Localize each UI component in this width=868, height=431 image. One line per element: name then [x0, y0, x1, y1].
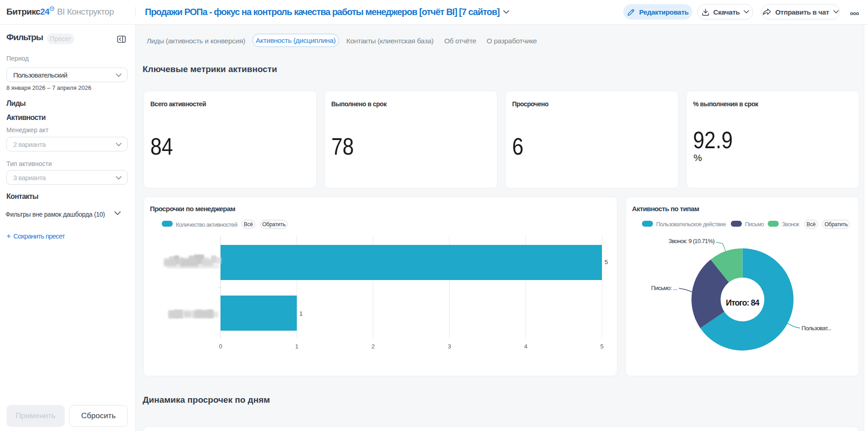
svg-text:Пользоват...: Пользоват... [801, 325, 831, 332]
svg-text:1: 1 [295, 343, 298, 350]
svg-text:2: 2 [371, 343, 375, 350]
svg-text:Письмо: ...: Письмо: ... [651, 285, 677, 291]
svg-text:3: 3 [448, 343, 451, 350]
svg-text:Итого: 84: Итого: 84 [726, 298, 760, 307]
svg-text:4: 4 [524, 343, 527, 350]
svg-text:5: 5 [605, 259, 608, 265]
svg-text:5: 5 [601, 343, 604, 350]
svg-text:1: 1 [299, 310, 303, 317]
svg-text:0: 0 [219, 343, 222, 350]
svg-text:Звонок: 9 (10.71%): Звонок: 9 (10.71%) [668, 238, 714, 244]
